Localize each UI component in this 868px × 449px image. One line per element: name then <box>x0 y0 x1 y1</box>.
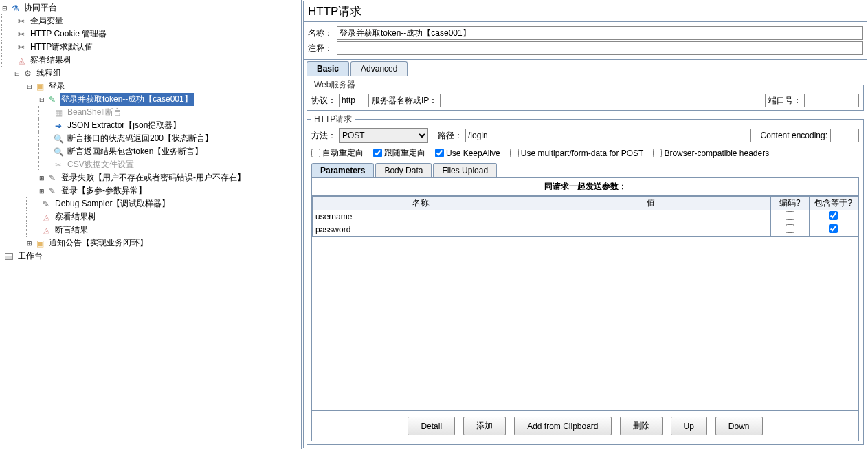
cb-browser-headers[interactable]: Browser-compatible headers <box>653 149 769 158</box>
table-row[interactable]: password <box>313 223 858 237</box>
toggle-icon[interactable]: ⊞ <box>26 240 32 246</box>
sampler-icon: ✎ <box>47 173 58 184</box>
btn-add[interactable]: 添加 <box>463 417 506 435</box>
col-value: 值 <box>531 197 770 210</box>
param-tabs: Parameters Body Data Files Upload <box>311 163 859 178</box>
params-title: 同请求一起发送参数： <box>312 178 858 196</box>
panel-title: HTTP请求 <box>304 1 867 22</box>
tree-node[interactable]: ◬察看结果树 <box>1 210 301 223</box>
cb-auto-redirect[interactable]: 自动重定向 <box>311 147 364 159</box>
cell-name[interactable]: password <box>313 223 531 237</box>
http-request-panel: HTTP请求 名称： 注释： Basic Advanced Web服务器 协议：… <box>303 1 867 448</box>
cell-include[interactable] <box>809 210 858 223</box>
tree-node-workbench[interactable]: 工作台 <box>1 250 301 263</box>
comment-label: 注释： <box>308 43 333 54</box>
arrow-right-icon: ➔ <box>53 120 64 131</box>
http-request-fieldset: HTTP请求 方法： POST 路径： Content encoding: 自动… <box>307 113 864 445</box>
cell-name[interactable]: username <box>313 210 531 223</box>
tree-node[interactable]: ▦BeanShell断言 <box>1 106 301 119</box>
btn-up[interactable]: Up <box>671 417 707 435</box>
tree-icon: ◬ <box>16 55 27 66</box>
tree-node[interactable]: ⊟⚙线程组 <box>1 67 301 80</box>
tree-node[interactable]: 🔍断言返回结果包含token【业务断言】 <box>1 145 301 158</box>
sampler-icon: ✎ <box>47 94 58 105</box>
httpreq-legend: HTTP请求 <box>311 113 355 125</box>
cb-keepalive[interactable]: Use KeepAlive <box>435 149 500 158</box>
cell-encode[interactable] <box>770 210 809 223</box>
tree-node[interactable]: ✂HTTP请求默认值 <box>1 41 301 54</box>
tree-icon: ◬ <box>41 212 52 223</box>
main-tabs: Basic Advanced <box>304 61 867 76</box>
cell-include[interactable] <box>809 223 858 237</box>
tree-node[interactable]: ⊟▣登录 <box>1 80 301 93</box>
toggle-icon[interactable]: ⊞ <box>38 188 45 194</box>
tab-parameters[interactable]: Parameters <box>311 163 374 177</box>
btn-add-clipboard[interactable]: Add from Clipboard <box>514 417 611 435</box>
toggle-icon[interactable]: ⊟ <box>38 96 45 102</box>
tree-node[interactable]: ⊞✎登录【多参-参数异常】 <box>1 184 301 197</box>
col-include: 包含等于? <box>809 197 858 210</box>
tools-icon: ✂ <box>53 160 64 171</box>
workbench-icon <box>3 251 14 262</box>
cell-encode[interactable] <box>770 223 809 237</box>
cell-value[interactable] <box>531 210 770 223</box>
cb-multipart[interactable]: Use multipart/form-data for POST <box>510 149 644 158</box>
btn-down[interactable]: Down <box>715 417 763 435</box>
server-label: 服务器名称或IP： <box>372 95 437 107</box>
parameters-area: 同请求一起发送参数： 名称: 值 编码? 包含等于? usernamepassw… <box>311 178 859 441</box>
sampler-icon: ✎ <box>47 186 58 197</box>
webserver-legend: Web服务器 <box>311 79 358 91</box>
name-input[interactable] <box>337 26 863 40</box>
toggle-icon[interactable]: ⊞ <box>38 175 45 181</box>
encoding-input[interactable] <box>830 129 859 142</box>
protocol-label: 协议： <box>311 95 336 107</box>
tab-advanced[interactable]: Advanced <box>350 61 408 76</box>
tree-node[interactable]: 🔍断言接口的状态码返回200【状态断言】 <box>1 132 301 145</box>
folder-icon: ▣ <box>34 81 45 92</box>
tab-files-upload[interactable]: Files Upload <box>433 163 497 177</box>
protocol-input[interactable] <box>339 94 369 107</box>
tree-node[interactable]: ⊞▣通知公告【实现业务闭环】 <box>1 237 301 250</box>
tools-icon: ✂ <box>16 16 27 27</box>
path-input[interactable] <box>465 129 751 142</box>
btn-delete[interactable]: 删除 <box>620 417 663 435</box>
col-name: 名称: <box>313 197 531 210</box>
cell-value[interactable] <box>531 223 770 237</box>
tree-node-selected[interactable]: ⊟✎登录并获取token--成功【case001】 <box>1 93 301 106</box>
tab-body-data[interactable]: Body Data <box>375 163 432 177</box>
tree-icon: ◬ <box>41 225 52 236</box>
tree-node[interactable]: ✂CSV数据文件设置 <box>1 158 301 171</box>
webserver-fieldset: Web服务器 协议： 服务器名称或IP： 端口号： <box>307 79 864 111</box>
server-input[interactable] <box>440 94 766 107</box>
tree-node[interactable]: ⊞✎登录失败【用户不存在或者密码错误-用户不存在】 <box>1 171 301 184</box>
sampler-icon: ✎ <box>41 199 52 210</box>
name-label: 名称： <box>308 28 333 39</box>
tab-basic[interactable]: Basic <box>307 61 349 76</box>
tree-node-root[interactable]: ⊟ ⚗ 协同平台 <box>1 1 301 14</box>
folder-icon: ▣ <box>34 238 45 249</box>
toggle-icon[interactable]: ⊟ <box>1 5 8 11</box>
toggle-icon[interactable]: ⊟ <box>14 70 20 76</box>
tree-node[interactable]: ◬察看结果树 <box>1 54 301 67</box>
tools-icon: ✂ <box>16 42 27 53</box>
tools-icon: ✂ <box>16 29 27 40</box>
flask-icon: ⚗ <box>10 3 21 14</box>
tree-node[interactable]: ➔JSON Extractor【json提取器】 <box>1 119 301 132</box>
gear-icon: ⚙ <box>22 68 33 79</box>
col-encode: 编码? <box>770 197 809 210</box>
tree-node[interactable]: ✂HTTP Cookie 管理器 <box>1 28 301 41</box>
port-input[interactable] <box>804 94 859 107</box>
port-label: 端口号： <box>768 95 801 107</box>
params-table[interactable]: 名称: 值 编码? 包含等于? usernamepassword <box>312 196 858 237</box>
tree-node[interactable]: ✂全局变量 <box>1 14 301 28</box>
tree-node[interactable]: ◬断言结果 <box>1 223 301 237</box>
test-plan-tree: ⊟ ⚗ 协同平台 ✂全局变量 ✂HTTP Cookie 管理器 ✂HTTP请求默… <box>0 0 302 449</box>
method-select[interactable]: POST <box>339 128 428 143</box>
table-row[interactable]: username <box>313 210 858 223</box>
comment-input[interactable] <box>337 41 863 55</box>
btn-detail[interactable]: Detail <box>408 417 455 435</box>
toggle-icon[interactable]: ⊟ <box>26 83 32 89</box>
method-label: 方法： <box>311 130 336 142</box>
tree-node[interactable]: ✎Debug Sampler【调试取样器】 <box>1 197 301 210</box>
cb-follow-redirect[interactable]: 跟随重定向 <box>373 147 425 159</box>
